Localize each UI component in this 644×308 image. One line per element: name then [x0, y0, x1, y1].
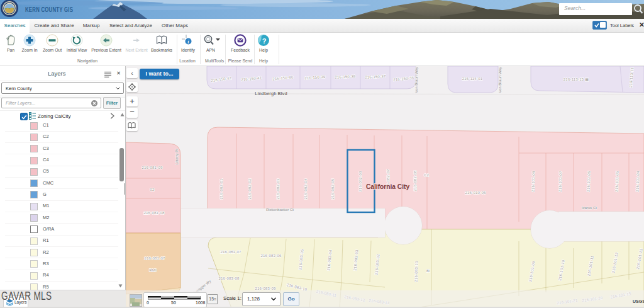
svg-text:216-082-00: 216-082-00: [358, 171, 362, 192]
svg-text:216-101-08: 216-101-08: [531, 171, 535, 192]
svg-text:Von Braun Way: Von Braun Way: [498, 67, 502, 93]
svg-text:216-101-06: 216-101-06: [586, 171, 591, 192]
svg-text:216-082-01: 216-082-01: [219, 178, 223, 200]
svg-text:Rickenbacker Ct: Rickenbacker Ct: [266, 208, 294, 212]
svg-text:BI: BI: [426, 269, 430, 273]
svg-text:216-081-09: 216-081-09: [142, 166, 163, 169]
svg-text:Lindbergh Blvd: Lindbergh Blvd: [255, 91, 287, 96]
svg-text:216-101-05: 216-101-05: [614, 171, 619, 192]
svg-text:216-083-08: 216-083-08: [218, 277, 240, 280]
svg-text:216-101-07: 216-101-07: [558, 171, 562, 192]
svg-text:216-082-03: 216-082-03: [276, 178, 280, 200]
svg-text:RMI: RMI: [149, 268, 157, 272]
svg-text:216-083-06: 216-083-06: [260, 254, 282, 258]
svg-text:02: 02: [150, 188, 155, 191]
svg-text:California City: California City: [366, 183, 409, 190]
svg-text:216-082-08: 216-082-08: [413, 170, 417, 191]
svg-text:216-083-07: 216-083-07: [220, 250, 242, 254]
svg-text:216-101-04: 216-101-04: [635, 171, 640, 192]
svg-text:Icarus Ct: Icarus Ct: [582, 206, 597, 210]
svg-text:216-010-05: 216-010-05: [465, 191, 486, 195]
svg-text:Liberty Pl: Liberty Pl: [175, 149, 179, 164]
svg-text:216-083-10: 216-083-10: [414, 261, 418, 282]
svg-text:216-082-02: 216-082-02: [248, 178, 252, 200]
svg-text:?: ?: [262, 37, 267, 45]
svg-text:216-113-15 ▦: 216-113-15 ▦: [564, 77, 589, 81]
svg-text:Von Braun Way: Von Braun Way: [414, 67, 418, 93]
svg-text:216-081-08: 216-081-08: [143, 211, 165, 215]
svg-text:216-081-07: 216-081-07: [144, 256, 165, 260]
svg-text:216-082-05: 216-082-05: [331, 178, 335, 200]
svg-text:C2: C2: [424, 173, 430, 177]
svg-text:216-114-01: 216-114-01: [462, 77, 483, 81]
svg-text:216-082-04: 216-082-04: [304, 178, 308, 200]
